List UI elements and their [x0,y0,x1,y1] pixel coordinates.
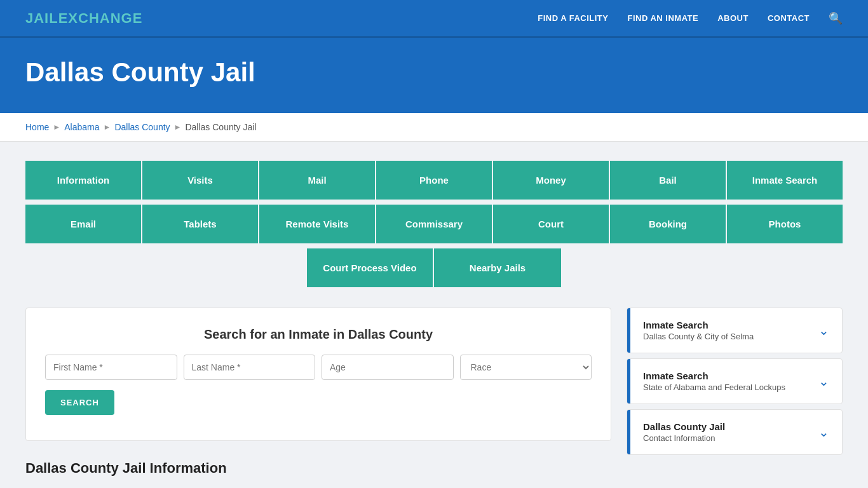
btn-court[interactable]: Court [493,205,610,245]
btn-inmate-search[interactable]: Inmate Search [727,161,843,201]
hero-section: Dallas County Jail [0,38,868,113]
btn-row-3: Court Process Video Nearby Jails [25,248,843,288]
sidebar-card-main-alabama: Inmate Search [643,370,785,381]
btn-photos[interactable]: Photos [727,205,843,245]
nav-about[interactable]: ABOUT [717,13,749,23]
chevron-down-icon-3: ⌄ [818,424,829,440]
btn-remote-visits[interactable]: Remote Visits [259,205,376,245]
race-select[interactable]: Race White Black Hispanic Asian Other [460,355,592,380]
breadcrumb-alabama[interactable]: Alabama [64,122,99,132]
btn-money[interactable]: Money [493,161,610,201]
breadcrumb-bar: Home ► Alabama ► Dallas County ► Dallas … [0,113,868,142]
sidebar-card-main-contact: Dallas County Jail [643,421,725,432]
breadcrumb: Home ► Alabama ► Dallas County ► Dallas … [25,122,843,132]
sidebar-card-header-contact[interactable]: Dallas County Jail Contact Information ⌄ [627,410,842,454]
btn-bail[interactable]: Bail [610,161,727,201]
btn-mail[interactable]: Mail [259,161,376,201]
logo-jail: JAIL [25,10,58,26]
sidebar: Inmate Search Dallas County & City of Se… [627,308,843,460]
first-name-input[interactable] [45,355,177,380]
logo-exchange: EXCHANGE [58,10,143,26]
search-icon[interactable]: 🔍 [829,11,843,25]
btn-phone[interactable]: Phone [376,161,493,201]
sidebar-card-contact-info: Dallas County Jail Contact Information ⌄ [627,409,843,455]
sidebar-card-sub-alabama: State of Alabama and Federal Lockups [643,383,785,392]
search-panel-title: Search for an Inmate in Dallas County [45,327,592,342]
nav-find-inmate[interactable]: FIND AN INMATE [627,13,698,23]
btn-nearby-jails[interactable]: Nearby Jails [434,248,561,288]
site-header: JAILEXCHANGE FIND A FACILITY FIND AN INM… [0,0,868,38]
sidebar-card-header-dallas[interactable]: Inmate Search Dallas County & City of Se… [627,308,842,353]
main-nav: FIND A FACILITY FIND AN INMATE ABOUT CON… [538,11,843,25]
search-fields: Race White Black Hispanic Asian Other [45,355,592,380]
nav-contact[interactable]: CONTACT [768,13,810,23]
sidebar-card-inmate-search-dallas: Inmate Search Dallas County & City of Se… [627,308,843,353]
breadcrumb-sep-2: ► [104,123,111,132]
breadcrumb-sep-1: ► [53,123,60,132]
page-title: Dallas County Jail [25,57,843,88]
site-logo[interactable]: JAILEXCHANGE [25,10,142,27]
nav-find-facility[interactable]: FIND A FACILITY [538,13,608,23]
category-button-grid: Information Visits Mail Phone Money Bail… [25,161,843,288]
search-button[interactable]: SEARCH [45,390,114,415]
breadcrumb-home[interactable]: Home [25,122,49,132]
sidebar-card-main-dallas: Inmate Search [643,320,754,330]
breadcrumb-current: Dallas County Jail [185,122,256,132]
sidebar-card-title-dallas: Inmate Search Dallas County & City of Se… [643,320,754,341]
info-section: Dallas County Jail Information [25,460,611,477]
btn-row-1: Information Visits Mail Phone Money Bail… [25,161,843,201]
main-column: Search for an Inmate in Dallas County Ra… [25,308,611,477]
sidebar-card-title-contact: Dallas County Jail Contact Information [643,421,725,443]
breadcrumb-dallas-county[interactable]: Dallas County [114,122,170,132]
sidebar-card-header-alabama[interactable]: Inmate Search State of Alabama and Feder… [627,359,842,403]
sidebar-card-sub-dallas: Dallas County & City of Selma [643,332,754,341]
last-name-input[interactable] [184,355,316,380]
btn-tablets[interactable]: Tablets [142,205,259,245]
btn-information[interactable]: Information [25,161,142,201]
sidebar-card-inmate-search-alabama: Inmate Search State of Alabama and Feder… [627,358,843,404]
sidebar-card-title-alabama: Inmate Search State of Alabama and Feder… [643,370,785,392]
breadcrumb-sep-3: ► [174,123,182,132]
btn-email[interactable]: Email [25,205,142,245]
btn-court-video[interactable]: Court Process Video [307,248,434,288]
btn-visits[interactable]: Visits [142,161,259,201]
age-input[interactable] [322,355,454,380]
btn-commissary[interactable]: Commissary [376,205,493,245]
main-content: Information Visits Mail Phone Money Bail… [0,142,868,488]
btn-booking[interactable]: Booking [610,205,727,245]
info-section-title: Dallas County Jail Information [25,460,611,477]
inmate-search-panel: Search for an Inmate in Dallas County Ra… [25,308,611,441]
sidebar-card-sub-contact: Contact Information [643,433,725,443]
content-area: Search for an Inmate in Dallas County Ra… [25,308,843,477]
btn-row-2: Email Tablets Remote Visits Commissary C… [25,205,843,245]
chevron-down-icon-2: ⌄ [818,374,829,389]
chevron-down-icon: ⌄ [818,323,829,338]
